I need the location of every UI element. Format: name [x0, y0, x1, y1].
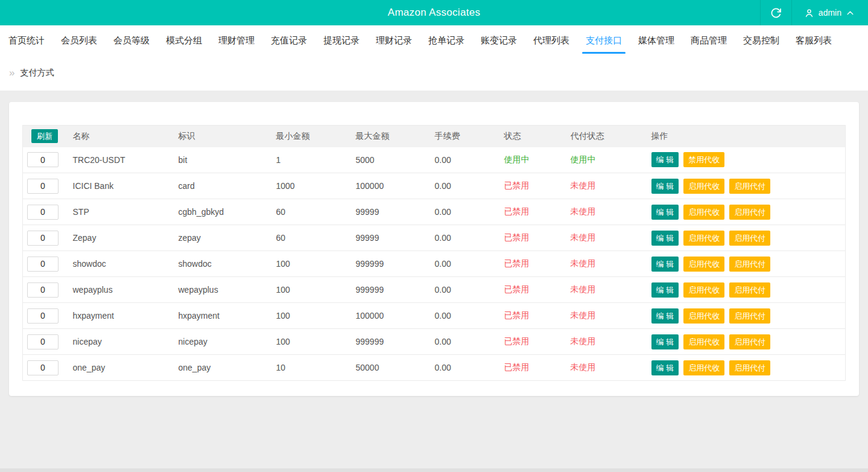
sort-input[interactable] [27, 205, 59, 220]
sort-input[interactable] [27, 334, 59, 349]
cell-sort [23, 173, 73, 199]
edit-button[interactable]: 编 辑 [651, 308, 679, 324]
payments-card: 刷新名称标识最小金额最大金额手续费状态代付状态操作 TRC20-USDTbit1… [9, 102, 859, 396]
nav-item-14[interactable]: 商品管理 [691, 25, 727, 56]
enable-collection-button[interactable]: 启用代收 [683, 334, 724, 349]
nav-item-9[interactable]: 抢单记录 [428, 25, 464, 56]
cell-max-amount: 999999 [356, 251, 435, 277]
cell-fee: 0.00 [435, 329, 504, 355]
nav-item-8[interactable]: 理财记录 [376, 25, 412, 56]
cell-fee: 0.00 [435, 173, 504, 199]
sort-input[interactable] [27, 257, 59, 272]
cell-code: card [179, 173, 276, 199]
nav-item-7[interactable]: 提现记录 [323, 25, 360, 56]
nav-item-1[interactable]: 首页统计 [8, 25, 45, 56]
column-header-5: 手续费 [435, 126, 504, 147]
nav-item-6[interactable]: 充值记录 [271, 25, 307, 56]
sort-input[interactable] [27, 231, 59, 246]
edit-button[interactable]: 编 辑 [651, 334, 679, 349]
cell-sort [23, 147, 73, 173]
enable-payout-button[interactable]: 启用代付 [729, 257, 770, 272]
nav-item-10[interactable]: 账变记录 [481, 25, 517, 56]
breadcrumb-label: 支付方式 [20, 68, 54, 78]
nav-item-3[interactable]: 会员等级 [113, 25, 150, 56]
enable-collection-button[interactable]: 启用代收 [683, 360, 724, 375]
enable-payout-button[interactable]: 启用代付 [729, 308, 770, 324]
cell-pay-status: 未使用 [571, 225, 651, 251]
cell-actions: 编 辑启用代收启用代付 [651, 251, 846, 277]
enable-collection-button[interactable]: 启用代收 [683, 179, 724, 194]
disable-collection-button[interactable]: 禁用代收 [683, 152, 724, 167]
breadcrumb: » 支付方式 [0, 56, 868, 91]
edit-button[interactable]: 编 辑 [651, 205, 679, 220]
nav-item-4[interactable]: 模式分组 [166, 25, 202, 56]
sort-input[interactable] [27, 308, 59, 324]
edit-button[interactable]: 编 辑 [651, 231, 679, 246]
enable-collection-button[interactable]: 启用代收 [683, 205, 724, 220]
cell-min-amount: 100 [276, 329, 356, 355]
enable-collection-button[interactable]: 启用代收 [683, 308, 724, 324]
sort-input[interactable] [27, 152, 59, 167]
nav-item-2[interactable]: 会员列表 [61, 25, 97, 56]
cell-max-amount: 100000 [356, 303, 435, 329]
cell-name: showdoc [73, 251, 179, 277]
table-row: one_payone_pay10500000.00已禁用未使用编 辑启用代收启用… [23, 355, 846, 381]
cell-min-amount: 100 [276, 251, 356, 277]
status-badge: 已禁用 [504, 336, 530, 346]
user-menu[interactable]: admin [792, 0, 868, 25]
cell-fee: 0.00 [435, 251, 504, 277]
enable-collection-button[interactable]: 启用代收 [683, 231, 724, 246]
cell-code: bit [179, 147, 276, 173]
cell-code: hxpayment [179, 303, 276, 329]
sort-input[interactable] [27, 179, 59, 194]
edit-button[interactable]: 编 辑 [651, 179, 679, 194]
table-row: hxpaymenthxpayment1001000000.00已禁用未使用编 辑… [23, 303, 846, 329]
enable-payout-button[interactable]: 启用代付 [729, 179, 770, 194]
table-row: wepaypluswepayplus1009999990.00已禁用未使用编 辑… [23, 277, 846, 303]
sort-input[interactable] [27, 282, 59, 298]
nav-item-15[interactable]: 交易控制 [743, 25, 779, 56]
nav-item-12[interactable]: 支付接口 [586, 25, 622, 56]
enable-payout-button[interactable]: 启用代付 [729, 231, 770, 246]
cell-actions: 编 辑启用代收启用代付 [651, 199, 846, 225]
cell-max-amount: 999999 [356, 329, 435, 355]
pay-status-badge: 未使用 [571, 180, 596, 190]
main-nav: 首页统计会员列表会员等级模式分组理财管理充值记录提现记录理财记录抢单记录账变记录… [0, 25, 868, 56]
cell-sort [23, 303, 73, 329]
nav-item-16[interactable]: 客服列表 [796, 25, 832, 56]
topbar-actions: admin [760, 0, 868, 25]
enable-payout-button[interactable]: 启用代付 [729, 360, 770, 375]
edit-button[interactable]: 编 辑 [651, 360, 679, 375]
pay-status-badge: 未使用 [571, 232, 596, 242]
cell-status: 已禁用 [504, 173, 571, 199]
column-header-1: 名称 [73, 126, 179, 147]
refresh-icon [770, 7, 782, 19]
enable-payout-button[interactable]: 启用代付 [729, 205, 770, 220]
column-header-2: 标识 [179, 126, 276, 147]
nav-item-11[interactable]: 代理列表 [533, 25, 569, 56]
cell-max-amount: 99999 [356, 225, 435, 251]
enable-collection-button[interactable]: 启用代收 [683, 257, 724, 272]
nav-item-5[interactable]: 理财管理 [218, 25, 255, 56]
cell-status: 已禁用 [504, 303, 571, 329]
enable-collection-button[interactable]: 启用代收 [683, 282, 724, 298]
refresh-button[interactable] [760, 0, 792, 25]
status-badge: 已禁用 [504, 258, 530, 268]
cell-name: nicepay [73, 329, 179, 355]
pay-status-badge: 未使用 [571, 284, 596, 294]
content-area: 刷新名称标识最小金额最大金额手续费状态代付状态操作 TRC20-USDTbit1… [0, 91, 868, 396]
edit-button[interactable]: 编 辑 [651, 257, 679, 272]
table-refresh-button[interactable]: 刷新 [31, 129, 58, 143]
nav-item-13[interactable]: 媒体管理 [638, 25, 674, 56]
sort-input[interactable] [27, 360, 59, 375]
edit-button[interactable]: 编 辑 [651, 282, 679, 298]
cell-pay-status: 未使用 [571, 303, 651, 329]
enable-payout-button[interactable]: 启用代付 [729, 334, 770, 349]
enable-payout-button[interactable]: 启用代付 [729, 282, 770, 298]
bottom-scrollbar-track[interactable] [0, 468, 868, 472]
cell-pay-status: 未使用 [571, 251, 651, 277]
status-badge: 已禁用 [504, 180, 530, 190]
edit-button[interactable]: 编 辑 [651, 152, 679, 167]
status-badge: 已禁用 [504, 310, 530, 320]
top-header-bar: Amazon Associates admin [0, 0, 868, 25]
